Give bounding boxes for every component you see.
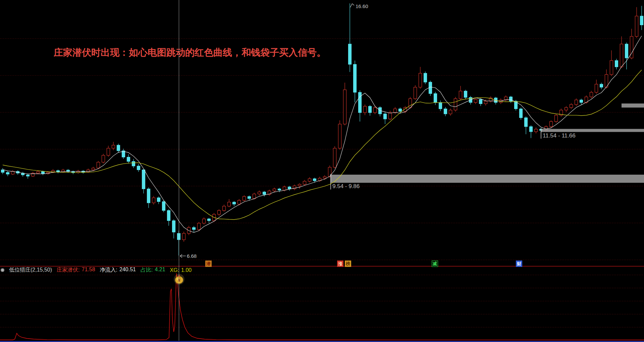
suspension-zone bbox=[330, 175, 644, 183]
candle-down bbox=[359, 92, 362, 113]
candle-up bbox=[364, 106, 367, 113]
candle-up bbox=[394, 109, 397, 113]
shortcut-char-button[interactable]: 减 bbox=[432, 261, 438, 267]
candle-down bbox=[600, 84, 603, 87]
candle-down bbox=[444, 109, 447, 114]
shortcut-char-button[interactable]: 潜 bbox=[205, 261, 212, 267]
shortcut-char-button[interactable]: 财 bbox=[516, 261, 522, 267]
candle-down bbox=[288, 187, 291, 189]
candle-up bbox=[459, 91, 462, 99]
candle-down bbox=[369, 106, 372, 113]
candle-up bbox=[112, 145, 115, 148]
candle-up bbox=[238, 200, 241, 204]
candle-down bbox=[384, 114, 387, 119]
candle-up bbox=[374, 108, 377, 113]
main-candlestick-chart[interactable]: 9.54 - 9.8611.54 - 11.6616.606.68 bbox=[0, 0, 644, 267]
candle-down bbox=[1, 170, 4, 172]
shortcut-char-button[interactable]: 榜 bbox=[345, 261, 351, 267]
candle-up bbox=[590, 92, 593, 97]
candle-down bbox=[117, 145, 120, 151]
candle-up bbox=[243, 196, 246, 200]
candle-up bbox=[565, 108, 568, 110]
indicator-field-zhanbi: 占比: 4.21 bbox=[141, 267, 165, 274]
candle-up bbox=[203, 219, 206, 223]
field-label: XG: bbox=[170, 267, 179, 273]
candle-down bbox=[248, 196, 251, 198]
candle-down bbox=[439, 103, 442, 109]
candle-down bbox=[57, 171, 60, 172]
candle-down bbox=[172, 221, 175, 232]
suspension-zones: 9.54 - 9.8611.54 - 11.66 bbox=[330, 104, 644, 189]
crosshair-vertical-line bbox=[179, 0, 179, 341]
candle-up bbox=[198, 223, 201, 230]
candle-down bbox=[464, 91, 467, 98]
candle-down bbox=[127, 157, 130, 162]
zone-range-label: 9.54 - 9.86 bbox=[332, 183, 360, 189]
field-value: 71.58 bbox=[82, 267, 95, 274]
shortcut-char-button[interactable]: 涨 bbox=[337, 261, 343, 267]
candle-up bbox=[389, 113, 392, 119]
candle-up bbox=[620, 44, 623, 67]
candle-down bbox=[233, 202, 236, 204]
candle-up bbox=[504, 97, 507, 100]
field-value: 4.21 bbox=[155, 267, 165, 274]
candle-down bbox=[42, 172, 45, 174]
indicator-field-xg: XG: 1.00 bbox=[170, 267, 192, 273]
candle-up bbox=[555, 115, 558, 122]
candle-up bbox=[323, 177, 326, 178]
candle-up bbox=[575, 100, 578, 105]
candle-down bbox=[509, 97, 513, 101]
candle-down bbox=[348, 44, 352, 64]
annotation-text: 庄家潜伏时出现：如心电图跳动的红色曲线，和钱袋子买入信号。 bbox=[54, 46, 326, 59]
svg-text:6.68: 6.68 bbox=[187, 253, 197, 259]
candle-down bbox=[162, 202, 165, 211]
money-bag-buy-signal-icon: ¥ bbox=[174, 274, 184, 285]
candle-down bbox=[132, 161, 135, 166]
candle-up bbox=[474, 100, 477, 103]
stock-chart-window: 9.54 - 9.8611.54 - 11.6616.606.68 庄家潜伏时出… bbox=[0, 0, 644, 342]
indicator-name[interactable]: 低位猎庄(2,15,50) bbox=[9, 267, 52, 274]
indicator-field-zhuangjiaqianfu: 庄家潜伏: 71.58 bbox=[57, 267, 95, 274]
candle-down bbox=[26, 175, 30, 176]
candle-down bbox=[399, 109, 402, 112]
candle-up bbox=[343, 90, 346, 124]
candle-down bbox=[530, 127, 533, 132]
svg-text:¥: ¥ bbox=[178, 278, 180, 283]
candle-down bbox=[434, 94, 437, 103]
candle-down bbox=[278, 189, 281, 190]
candle-up bbox=[92, 168, 95, 170]
candle-up bbox=[595, 84, 598, 92]
candle-up bbox=[182, 233, 185, 240]
field-label: 净流入: bbox=[100, 267, 117, 274]
grid-lines bbox=[0, 39, 644, 260]
indicator-subchart[interactable]: ¥ bbox=[0, 273, 644, 342]
candle-down bbox=[157, 198, 160, 202]
field-value: 1.00 bbox=[181, 267, 192, 273]
candle-up bbox=[102, 155, 105, 162]
candle-down bbox=[354, 64, 357, 92]
candle-up bbox=[338, 124, 341, 148]
candle-down bbox=[580, 100, 583, 103]
zone-range-label: 11.54 - 11.66 bbox=[543, 132, 576, 139]
candle-up bbox=[253, 194, 256, 199]
candle-down bbox=[424, 73, 427, 82]
suspension-zone bbox=[541, 129, 644, 132]
candle-up bbox=[87, 170, 90, 172]
candle-up bbox=[308, 179, 311, 181]
candle-up bbox=[449, 110, 452, 114]
high-price-label: 16.60 bbox=[350, 3, 368, 9]
indicator-expand-icon[interactable] bbox=[1, 268, 4, 272]
candle-down bbox=[142, 170, 145, 189]
sub-grid-lines bbox=[0, 275, 644, 327]
candle-down bbox=[263, 192, 266, 194]
candle-up bbox=[107, 148, 110, 155]
candle-down bbox=[167, 211, 170, 221]
low-price-label: 6.68 bbox=[180, 253, 197, 259]
candle-up bbox=[414, 87, 417, 99]
candle-up bbox=[258, 192, 261, 194]
candle-up bbox=[303, 181, 306, 184]
candle-down bbox=[520, 109, 523, 118]
candle-down bbox=[615, 61, 618, 67]
candle-up bbox=[218, 211, 221, 214]
field-value: 240.51 bbox=[119, 267, 136, 274]
